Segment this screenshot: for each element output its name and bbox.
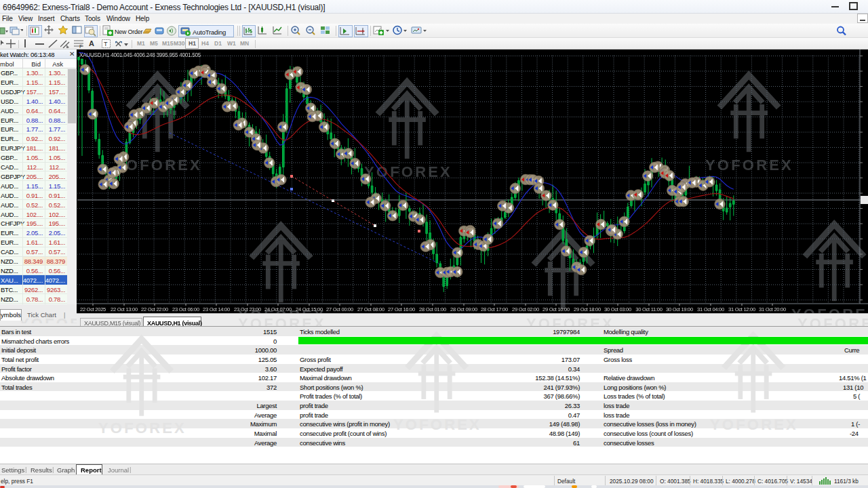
svg-text:XAUUSD,H1 4001.045 4006.248 39: XAUUSD,H1 4001.045 4006.248 3995.955 400… xyxy=(79,52,201,58)
svg-text:23 Oct 14:00: 23 Oct 14:00 xyxy=(203,306,230,312)
svg-text:YOFOREX: YOFOREX xyxy=(364,163,452,180)
svg-text:23 Oct 06:00: 23 Oct 06:00 xyxy=(172,306,199,312)
svg-text:23 Oct 23:00: 23 Oct 23:00 xyxy=(234,306,261,312)
svg-text:F: F xyxy=(79,43,83,48)
svg-text:22 Oct 2025: 22 Oct 2025 xyxy=(80,306,106,312)
svg-text:28 Oct 09:00: 28 Oct 09:00 xyxy=(450,306,477,312)
svg-text:27 Oct 16:00: 27 Oct 16:00 xyxy=(388,306,415,312)
svg-text:30 Oct 11:00: 30 Oct 11:00 xyxy=(635,306,662,312)
svg-text:31 Oct 12:00: 31 Oct 12:00 xyxy=(728,306,755,312)
svg-text:22 Oct 22:00: 22 Oct 22:00 xyxy=(141,306,168,312)
svg-text:29 Oct 18:00: 29 Oct 18:00 xyxy=(574,306,601,312)
svg-text:30 Oct 03:00: 30 Oct 03:00 xyxy=(604,306,631,312)
svg-text:T: T xyxy=(104,41,108,47)
svg-text:28 Oct 01:00: 28 Oct 01:00 xyxy=(419,306,446,312)
svg-text:31 Oct 04:00: 31 Oct 04:00 xyxy=(697,306,724,312)
svg-text:YOFOREX: YOFOREX xyxy=(791,306,868,313)
svg-text:29 Oct 10:00: 29 Oct 10:00 xyxy=(542,306,570,312)
svg-text:22 Oct 13:00: 22 Oct 13:00 xyxy=(111,306,138,312)
svg-text:24 Oct 15:00: 24 Oct 15:00 xyxy=(296,306,323,312)
svg-text:28 Oct 17:00: 28 Oct 17:00 xyxy=(481,306,508,312)
svg-text:27 Oct 00:00: 27 Oct 00:00 xyxy=(326,306,353,312)
svg-text:29 Oct 02:00: 29 Oct 02:00 xyxy=(512,306,539,312)
svg-text:24 Oct 07:00: 24 Oct 07:00 xyxy=(264,306,292,312)
svg-text:YOFOREX: YOFOREX xyxy=(705,157,793,174)
svg-text:31 Oct 20:00: 31 Oct 20:00 xyxy=(759,306,786,312)
svg-text:30 Oct 19:00: 30 Oct 19:00 xyxy=(666,306,693,312)
svg-text:27 Oct 08:00: 27 Oct 08:00 xyxy=(357,306,384,312)
